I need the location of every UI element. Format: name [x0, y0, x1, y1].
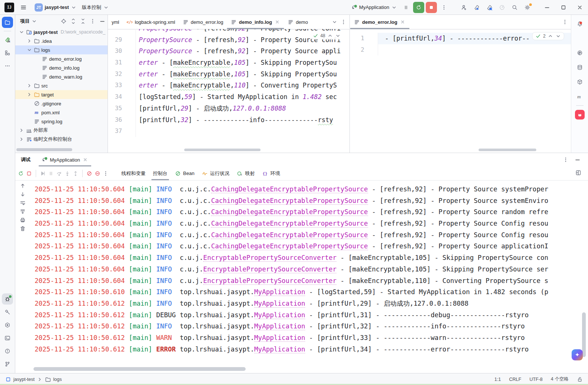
log-class-link[interactable]: CachingDelegateEncryptablePropertySource	[211, 185, 368, 193]
maven-button[interactable]: m	[574, 91, 585, 102]
services-tool-button[interactable]	[2, 319, 13, 331]
run-with-profiler-button[interactable]	[471, 2, 482, 13]
chevron-down-icon[interactable]	[19, 29, 25, 35]
stop-button[interactable]	[26, 171, 32, 176]
log-class-link[interactable]: CachingDelegateEncryptablePropertySource	[211, 242, 368, 250]
tree-item-demo-info-log[interactable]: demo_info.log	[15, 63, 108, 72]
view-breakpoints-button[interactable]	[95, 171, 100, 176]
panel-options-button[interactable]	[563, 157, 569, 163]
debug-tab-控制台[interactable]: 控制台	[149, 166, 171, 180]
more-run-actions-button[interactable]	[438, 2, 450, 13]
chevron-right-icon[interactable]	[26, 92, 32, 98]
inspection-widget[interactable]: 2	[532, 32, 564, 40]
settings-button[interactable]	[522, 2, 533, 13]
dependencies-button[interactable]	[574, 76, 585, 88]
debug-tab-线程和变量[interactable]: 线程和变量	[118, 166, 149, 180]
stop-button[interactable]	[426, 2, 437, 13]
ai-assistant-button[interactable]	[574, 47, 585, 58]
log-class-link[interactable]: MyApplication	[254, 288, 305, 296]
minimize-button[interactable]	[539, 0, 555, 15]
log-class-link[interactable]: EncryptablePropertySourceConverter	[203, 254, 336, 262]
structure-tool-button[interactable]	[2, 47, 13, 58]
debug-tab-运行状况[interactable]: 运行状况	[198, 166, 233, 180]
chevron-down-icon[interactable]	[26, 47, 32, 53]
pause-button[interactable]	[400, 2, 412, 13]
tree-item-idea[interactable]: .idea	[15, 36, 108, 45]
rerun-button[interactable]	[413, 2, 424, 13]
debug-tab-映射[interactable]: 映射	[233, 166, 258, 180]
log-class-link[interactable]: MyApplication	[254, 346, 305, 353]
tree-item-src[interactable]: src	[15, 81, 108, 90]
chevron-right-icon[interactable]	[19, 127, 25, 133]
file-encoding[interactable]: UTF-8	[530, 377, 543, 382]
project-widget[interactable]: JT jasypt-test	[32, 2, 79, 13]
collapse-all-button[interactable]	[80, 18, 86, 24]
console-output[interactable]: 2025-11-25 11:10:50.604 [main] INFO c.u.…	[35, 184, 579, 362]
profiler-button[interactable]	[496, 2, 508, 13]
jrebel-tool-button[interactable]: JR	[2, 34, 13, 45]
tab-demo-error-log[interactable]: demo_error.log	[350, 15, 409, 29]
tree-item-logs[interactable]: logs	[15, 45, 108, 54]
tab-demo[interactable]: demo	[284, 15, 312, 29]
step-over-button[interactable]	[56, 171, 62, 176]
log-class-link[interactable]: EncryptablePropertySourceConverter	[203, 277, 336, 285]
scroll-to-top-button[interactable]	[20, 183, 26, 189]
hidden-tabs-icon[interactable]	[332, 19, 338, 25]
log-class-link[interactable]: CachingDelegateEncryptablePropertySource	[211, 197, 368, 205]
tab-yml[interactable]: yml	[108, 15, 123, 29]
indent-setting[interactable]: 4 个空格	[551, 376, 569, 382]
log-class-link[interactable]: CachingDelegateEncryptablePropertySource	[211, 208, 368, 216]
tree-item-外部库[interactable]: 外部库	[15, 126, 108, 135]
close-tab-icon[interactable]	[274, 19, 280, 25]
clear-console-button[interactable]	[20, 226, 26, 232]
lock-icon[interactable]	[577, 376, 583, 382]
scroll-to-bottom-button[interactable]	[20, 191, 26, 197]
chevron-right-icon[interactable]	[26, 83, 32, 89]
maximize-button[interactable]	[555, 0, 572, 15]
tree-item-spring-log[interactable]: spring.log	[15, 117, 108, 126]
notifications-button[interactable]	[574, 18, 585, 29]
ai-floating-icon[interactable]: ✦	[572, 349, 583, 360]
hide-panel-button[interactable]	[575, 157, 581, 163]
close-tab-icon[interactable]	[400, 19, 406, 25]
database-button[interactable]	[574, 62, 585, 73]
tab-demo-error-log[interactable]: demo_error.log	[179, 15, 227, 29]
close-button[interactable]	[572, 0, 588, 15]
more-tools-button[interactable]	[2, 60, 13, 71]
console-vscrollbar[interactable]	[582, 312, 586, 357]
search-everywhere-button[interactable]	[509, 2, 520, 13]
terminal-tool-button[interactable]	[2, 332, 13, 344]
hide-panel-button[interactable]	[99, 18, 105, 24]
log-class-link[interactable]: MyApplication	[254, 334, 305, 342]
caret-position[interactable]: 1:1	[495, 377, 501, 382]
breadcrumb-project[interactable]: jasypt-test	[13, 377, 35, 382]
resume-button[interactable]	[40, 171, 46, 176]
tree-item-gitignore[interactable]: .gitignore	[15, 99, 108, 108]
log-class-link[interactable]: CachingDelegateEncryptablePropertySource	[211, 231, 368, 239]
project-tree-hscrollbar[interactable]	[16, 148, 72, 151]
tree-item-demo-error-log[interactable]: demo_error.log	[15, 54, 108, 63]
line-separator[interactable]: CRLF	[509, 377, 521, 382]
rerun-button[interactable]	[18, 171, 24, 176]
project-tool-button[interactable]	[2, 17, 13, 28]
tree-item-临时文件和控制台[interactable]: 临时文件和控制台	[15, 135, 108, 144]
inspection-widget[interactable]: 48	[310, 32, 343, 39]
soft-wrap-button[interactable]	[20, 200, 26, 206]
layout-settings-button[interactable]	[575, 170, 581, 176]
log-class-link[interactable]: EncryptablePropertySourceConverter	[203, 265, 336, 273]
close-icon[interactable]	[82, 157, 88, 163]
tree-item-jasypt-test[interactable]: jasypt-testD:\work_space\code_	[15, 28, 108, 36]
run-configuration-selector[interactable]: MyApplication	[349, 2, 400, 13]
tab-demo-info-log[interactable]: demo_info.log	[227, 15, 284, 29]
project-panel-title[interactable]: 项目	[20, 18, 30, 25]
panel-options-button[interactable]	[90, 18, 96, 24]
editor-hscrollbar[interactable]	[184, 149, 261, 151]
editor-right-body[interactable]: 1 - [printfUrl,34] - ------------error--…	[350, 29, 571, 153]
log-class-link[interactable]: CachingDelegateEncryptablePropertySource	[211, 220, 368, 228]
mute-breakpoints-button[interactable]	[86, 171, 92, 176]
more-actions-button[interactable]	[103, 171, 109, 176]
step-out-button[interactable]	[73, 171, 79, 176]
tab-options-icon[interactable]	[341, 19, 346, 25]
locate-file-button[interactable]	[61, 18, 67, 24]
chevron-right-icon[interactable]	[26, 38, 32, 44]
